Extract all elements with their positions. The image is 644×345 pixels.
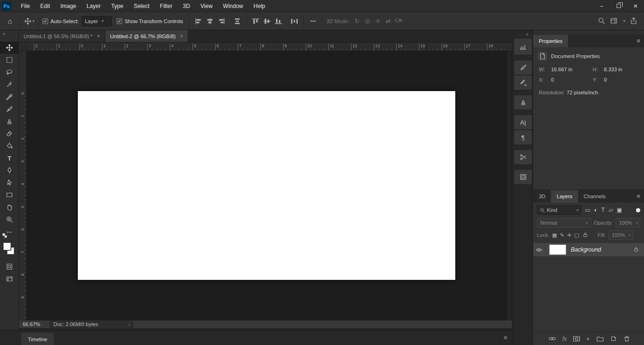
height-value[interactable]: 8.333 in [604, 67, 638, 72]
filter-shape-layers-icon[interactable]: ▱ [609, 207, 613, 213]
zoom-level-field[interactable]: 66.67% [19, 321, 44, 327]
menu-layer[interactable]: Layer [81, 0, 106, 12]
rectangular-marquee-tool[interactable] [0, 54, 19, 66]
tab-3d[interactable]: 3D [533, 190, 551, 202]
menu-type[interactable]: Type [106, 0, 128, 12]
foreground-color-swatch[interactable] [3, 243, 11, 250]
document-tab-untitled-1[interactable]: Untitled-1 @ 56.5% (RGB/8) * × [19, 30, 105, 42]
menu-image[interactable]: Image [55, 0, 81, 12]
menu-view[interactable]: View [195, 0, 218, 12]
lock-position-icon[interactable]: ✛ [567, 232, 571, 238]
add-layer-mask-button[interactable] [573, 336, 580, 342]
tab-properties[interactable]: Properties [533, 35, 568, 47]
paragraph-panel-button[interactable]: ¶ [514, 130, 532, 144]
layer-row-background[interactable]: Background [533, 243, 644, 256]
layer-style-button[interactable]: fx [562, 336, 567, 342]
vertical-ruler[interactable]: 0 1 2 3 4 5 6 7 8 9 [19, 51, 26, 320]
type-tool[interactable]: T [0, 152, 19, 164]
filter-toggle[interactable] [636, 208, 640, 212]
3d-camera-icon[interactable] [393, 17, 404, 25]
menu-select[interactable]: Select [128, 0, 154, 12]
align-vertical-centers-button[interactable] [261, 16, 273, 27]
document-tab-untitled-2[interactable]: Untitled-2 @ 66.7% (RGB/8) × [105, 30, 188, 42]
menu-file[interactable]: File [16, 0, 35, 12]
y-value[interactable]: 0 [604, 77, 638, 83]
fill-dropdown[interactable]: 100% ▾ [609, 230, 633, 240]
resolution-value[interactable]: 72 pixels/inch [567, 90, 598, 95]
panel-menu-icon[interactable]: ≡ [503, 334, 507, 341]
align-right-button[interactable] [216, 16, 227, 27]
share-button[interactable] [630, 17, 637, 25]
tab-layers[interactable]: Layers [551, 190, 578, 202]
link-layers-button[interactable] [548, 336, 556, 342]
toolbar-collapse-icon[interactable]: » [3, 31, 6, 36]
clone-source-panel-button[interactable] [514, 95, 532, 109]
lock-all-icon[interactable] [582, 232, 588, 239]
align-horizontal-centers-button[interactable] [204, 16, 216, 27]
chevron-down-icon[interactable]: ▾ [623, 19, 625, 23]
tab-close-icon[interactable]: × [97, 33, 100, 40]
distribute-horizontal-button[interactable] [289, 16, 300, 27]
path-selection-tool[interactable] [0, 177, 19, 189]
lock-image-pixels-icon[interactable]: ✎ [560, 232, 564, 238]
width-value[interactable]: 16.667 in [551, 67, 593, 72]
menu-3d[interactable]: 3D [177, 0, 195, 12]
auto-select-dropdown[interactable]: Layer ▾ [82, 16, 112, 26]
document-info-field[interactable]: Doc: 2.06M/0 bytes › [50, 320, 134, 328]
auto-select-checkbox[interactable]: ✓ [42, 18, 48, 24]
move-tool[interactable] [0, 42, 19, 54]
lock-transparent-pixels-icon[interactable]: ▦ [552, 232, 557, 238]
rectangle-tool[interactable] [0, 189, 19, 201]
ruler-corner[interactable] [19, 42, 26, 51]
lock-artboard-icon[interactable]: ▢ [574, 232, 579, 238]
3d-slide-icon[interactable]: ⇄ [383, 17, 393, 25]
filter-kind-dropdown[interactable]: Kind ▾ [537, 205, 581, 215]
x-value[interactable]: 0 [551, 77, 593, 83]
align-left-button[interactable] [193, 16, 204, 27]
align-options-button[interactable]: ••• [307, 15, 319, 28]
layer-visibility-toggle[interactable] [533, 243, 545, 256]
blend-mode-dropdown[interactable]: Normal ▾ [537, 218, 591, 227]
workspace-button[interactable] [610, 17, 618, 25]
filter-type-layers-icon[interactable]: T [602, 207, 605, 213]
document-canvas[interactable] [78, 91, 455, 280]
panel-menu-icon[interactable]: ≡ [636, 35, 640, 47]
glyphs-panel-button[interactable] [514, 150, 532, 164]
character-panel-button[interactable]: A| [514, 115, 532, 129]
clone-stamp-tool[interactable] [0, 115, 19, 127]
new-group-button[interactable] [596, 336, 604, 342]
filter-smart-objects-icon[interactable]: ▣ [617, 207, 622, 213]
vertical-scrollbar[interactable] [507, 51, 512, 320]
3d-roll-icon[interactable]: ◎ [362, 17, 373, 25]
layer-name[interactable]: Background [571, 246, 633, 253]
close-button[interactable]: ✕ [627, 0, 644, 12]
histogram-panel-button[interactable] [514, 39, 532, 55]
paint-bucket-tool[interactable] [0, 140, 19, 152]
tab-close-icon[interactable]: × [180, 33, 183, 40]
chevron-right-icon[interactable]: › [128, 322, 130, 327]
horizontal-ruler[interactable]: 2 1 0 1 2 3 4 5 6 7 8 9 10 11 12 13 14 1… [26, 42, 512, 51]
search-button[interactable] [598, 17, 605, 25]
new-layer-button[interactable] [610, 335, 617, 342]
screen-mode-button[interactable] [0, 273, 19, 285]
quick-mask-button[interactable] [0, 261, 19, 273]
brush-tool[interactable] [0, 103, 19, 115]
quick-selection-tool[interactable] [0, 78, 19, 91]
brush-settings-panel-button[interactable] [514, 60, 532, 75]
tool-preset-button[interactable]: ▾ [23, 15, 35, 28]
minimize-button[interactable]: – [593, 0, 610, 12]
canvas-workspace[interactable] [26, 51, 512, 320]
dock-expand-icon[interactable]: « [526, 32, 528, 37]
menu-window[interactable]: Window [218, 0, 249, 12]
pen-tool[interactable] [0, 164, 19, 177]
restore-button[interactable] [610, 0, 627, 12]
libraries-panel-button[interactable] [514, 170, 532, 184]
3d-pan-icon[interactable]: ✛ [373, 17, 383, 25]
opacity-dropdown[interactable]: 100% ▾ [616, 218, 640, 227]
distribute-vertical-button[interactable] [232, 16, 243, 27]
brush-presets-panel-button[interactable] [514, 76, 532, 90]
hand-tool[interactable] [0, 201, 19, 213]
align-top-button[interactable] [250, 16, 261, 27]
layer-thumbnail[interactable] [549, 244, 566, 255]
3d-orbit-icon[interactable]: ↻ [352, 17, 362, 25]
